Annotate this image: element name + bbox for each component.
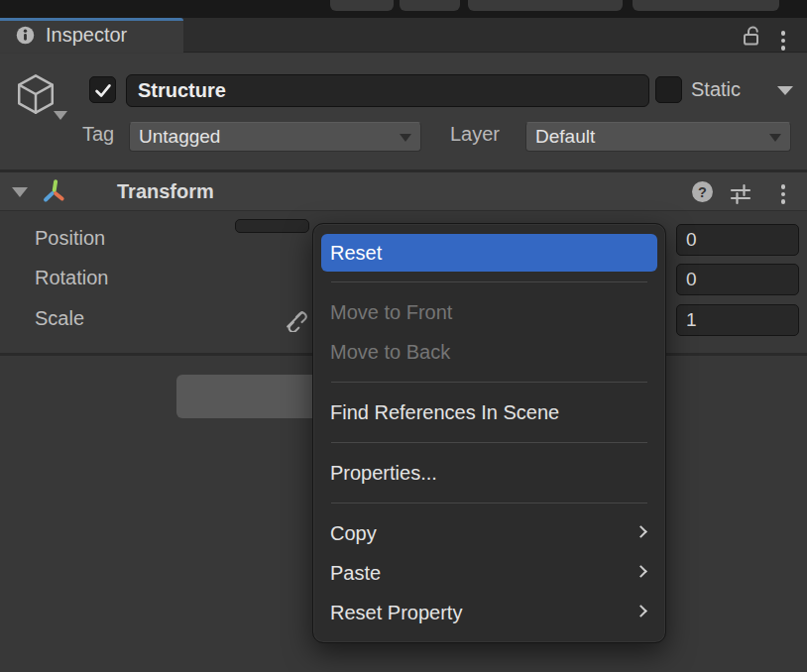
active-tab-indicator <box>0 18 183 21</box>
menu-item-label: Paste <box>330 562 381 584</box>
layer-label: Layer <box>450 123 500 146</box>
submenu-chevron-icon <box>634 525 647 538</box>
kebab-menu-icon[interactable] <box>781 184 786 204</box>
menu-item-move-to-front: Move to Front <box>313 292 665 332</box>
tag-value: Untagged <box>139 126 220 147</box>
menu-item-label: Reset Property <box>330 602 462 623</box>
menu-item-reset-property[interactable]: Reset Property <box>313 593 665 632</box>
menu-separator <box>331 503 647 504</box>
scale-label: Scale <box>35 307 84 330</box>
cube-icon[interactable] <box>13 71 58 117</box>
transform-axes-icon <box>40 177 67 205</box>
svg-text:?: ? <box>698 184 707 200</box>
context-menu: Reset Move to Front Move to Back Find Re… <box>312 223 666 643</box>
submenu-chevron-icon <box>634 565 647 578</box>
position-z-field[interactable]: 0 <box>676 224 799 256</box>
tag-dropdown[interactable]: Untagged <box>129 122 421 152</box>
layer-dropdown[interactable]: Default <box>525 122 791 152</box>
menu-item-move-to-back: Move to Back <box>313 332 665 372</box>
toolbar-button-partial[interactable] <box>468 0 623 11</box>
tag-label: Tag <box>82 123 114 146</box>
submenu-chevron-icon <box>634 605 647 617</box>
help-icon[interactable]: ? <box>691 180 714 203</box>
tab-bar: Inspector <box>0 18 807 53</box>
gameobject-header: Structure Static Tag Untagged Layer Defa… <box>0 54 807 169</box>
static-dropdown-caret-icon[interactable] <box>777 86 793 95</box>
unlock-icon[interactable] <box>740 24 763 48</box>
dropdown-caret-icon <box>769 134 781 142</box>
position-x-field-partial[interactable] <box>235 219 309 233</box>
active-checkbox[interactable] <box>89 76 116 103</box>
menu-separator <box>331 442 647 443</box>
menu-separator <box>331 382 647 383</box>
top-toolbar-strip <box>0 0 807 18</box>
foldout-arrow-icon[interactable] <box>12 187 28 197</box>
unity-inspector-panel: Inspector Structure Static <box>0 0 807 672</box>
info-icon <box>16 26 35 45</box>
position-label: Position <box>35 227 105 250</box>
dropdown-caret-icon <box>400 134 411 142</box>
static-label: Static <box>691 78 741 101</box>
menu-item-copy[interactable]: Copy <box>313 513 665 553</box>
menu-item-properties[interactable]: Properties... <box>313 453 665 493</box>
presets-icon[interactable] <box>729 181 752 205</box>
toolbar-button-partial[interactable] <box>330 0 394 11</box>
transform-component-header[interactable]: Transform ? <box>0 172 807 211</box>
broken-link-icon[interactable] <box>283 307 307 332</box>
kebab-menu-icon[interactable] <box>781 31 786 51</box>
tab-inspector[interactable]: Inspector <box>0 18 183 53</box>
toolbar-button-partial[interactable] <box>400 0 460 11</box>
layer-value: Default <box>535 126 595 147</box>
rotation-label: Rotation <box>35 267 109 289</box>
rotation-z-field[interactable]: 0 <box>676 264 799 295</box>
menu-item-find-references[interactable]: Find References In Scene <box>313 392 665 432</box>
scale-z-field[interactable]: 1 <box>676 304 799 336</box>
gameobject-name-field[interactable]: Structure <box>126 74 649 107</box>
menu-item-reset[interactable]: Reset <box>321 234 657 272</box>
checkmark-icon <box>92 79 114 101</box>
toolbar-button-partial[interactable] <box>633 0 779 11</box>
menu-item-label: Copy <box>330 522 377 544</box>
tab-label: Inspector <box>46 24 127 47</box>
static-checkbox[interactable] <box>655 76 682 103</box>
menu-separator <box>331 281 647 282</box>
cube-dropdown-caret-icon[interactable] <box>54 111 67 120</box>
transform-title: Transform <box>117 180 214 203</box>
menu-item-paste[interactable]: Paste <box>313 553 665 593</box>
